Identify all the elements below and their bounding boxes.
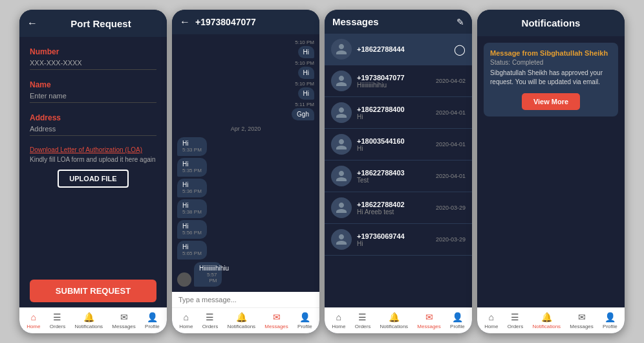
chat-date-divider: Apr 2, 2020 [177,126,314,132]
chat-last-msg-row: Hiiiiiiiihihiu5:57 PM [177,262,314,287]
nav-notifications-label-1: Notifications [75,324,103,329]
nav-notifications-1[interactable]: 🔔 Notifications [75,312,103,329]
nav-notifications-3[interactable]: 🔔 Notifications [380,312,409,329]
notification-sender: Message from Sibghatullah Sheikh [490,49,612,57]
nav-orders-1[interactable]: ☰ Orders [50,312,65,329]
msg-date-3: 2020-04-01 [436,141,466,148]
msg-avatar-0 [331,39,352,60]
profile-icon-4: 👤 [605,312,616,322]
msg-date-5: 2020-03-29 [436,205,466,211]
nav-profile-label-1: Profile [145,324,160,329]
chat-message-input[interactable] [178,296,313,304]
notifications-icon-4: 🔔 [541,312,552,322]
orders-icon-4: ☰ [511,312,519,322]
compose-icon[interactable]: ✎ [456,17,464,27]
messages-list-body: +19738047077 Hiiiiiiiihihiu 2020-04-02 +… [325,65,472,307]
orders-icon-2: ☰ [206,312,214,322]
chat-last-bubble: Hiiiiiiiihihiu5:57 PM [194,262,234,287]
messages-icon-3: ✉ [425,312,433,322]
chat-screen: ← +19738047077 5:10 PM Hi 5:10 PM Hi 5:1… [172,10,319,333]
msg-date-6: 2020-03-29 [436,236,466,243]
loa-link[interactable]: Download Letter of Authorization (LOA) [30,146,156,153]
chat-msg-right-4: Ggh [177,108,314,120]
msg-item-1[interactable]: +19738047077 Hiiiiiiiihihiu 2020-04-02 [325,65,472,97]
name-input[interactable]: Enter name [30,92,156,103]
notifications-title: Notifications [522,17,581,28]
nav-orders-label-3: Orders [355,324,370,329]
view-more-button[interactable]: View More [522,93,580,110]
chat-bubble-3: Hi [298,87,314,100]
msg-preview-2: Hi [357,113,431,120]
msg-item-6[interactable]: +19736069744 Hi 2020-03-29 [325,224,472,256]
notifications-icon: 🔔 [83,312,94,322]
address-label: Address [30,113,156,122]
msg-avatar-4 [331,166,352,186]
msg-item-0[interactable]: +18622788444 ◯ [325,34,472,65]
msg-info-1: +19738047077 Hiiiiiiiihihiu [357,74,431,89]
chat-time-4: 5:11 PM [177,102,314,107]
nav-messages-label-2: Messages [264,324,288,329]
nav-profile-3[interactable]: 👤 Profile [450,312,465,329]
notifications-screen: Notifications Message from Sibghatullah … [477,10,625,333]
nav-messages-2[interactable]: ✉ Messages [264,312,288,329]
msg-info-2: +18622788400 Hi [357,105,431,120]
msg-item-3[interactable]: +18003544160 Hi 2020-04-01 [325,129,472,160]
nav-orders-2[interactable]: ☰ Orders [202,312,218,329]
back-icon[interactable]: ← [27,17,38,29]
chat-bubble-1: Hi [298,46,314,58]
port-request-body: Number XXX-XXX-XXXX Name Enter name Addr… [19,37,167,273]
messages-list-screen: Messages ✎ +18622788444 ◯ +19738047077 H… [325,10,472,333]
msg-number-6: +19736069744 [357,232,431,240]
nav-messages-label-3: Messages [417,324,440,329]
msg-preview-4: Test [357,177,431,184]
chat-msg-right-3: Hi [177,87,314,100]
chat-bubble-left-5: Hi5:56 PM [177,220,207,239]
chat-time-1: 5:10 PM [177,39,314,45]
port-request-header: ← Port Request [19,10,167,37]
nav-orders-3[interactable]: ☰ Orders [355,312,370,329]
nav-messages-label-1: Messages [112,324,135,329]
chat-msg-left-6: Hi5:65 PM [177,241,314,260]
nav-home-label-1: Home [27,324,40,329]
msg-avatar-3 [331,134,352,155]
address-input[interactable]: Address [30,125,156,136]
nav-home-2[interactable]: ⌂ Home [179,312,193,329]
upload-file-button[interactable]: UPLOAD FILE [58,170,128,188]
number-input[interactable]: XXX-XXX-XXXX [30,59,156,70]
chat-bubble-left-1: Hi5:33 PM [177,137,207,156]
msg-info-6: +19736069744 Hi [357,232,431,247]
notification-status: Status: Completed [490,59,612,66]
bottom-nav-1: ⌂ Home ☰ Orders 🔔 Notifications ✉ Messag… [19,307,167,333]
msg-item-2[interactable]: +18622788400 Hi 2020-04-01 [325,97,472,129]
nav-profile-2[interactable]: 👤 Profile [297,312,312,329]
nav-profile-1[interactable]: 👤 Profile [145,312,160,329]
msg-number-3: +18003544160 [357,137,431,145]
number-field-group: Number XXX-XXX-XXXX [30,47,156,70]
chat-input-row [172,292,319,307]
nav-notifications-label-4: Notifications [533,324,561,329]
chat-bubble-4: Ggh [292,108,314,120]
nav-messages-1[interactable]: ✉ Messages [112,312,135,329]
msg-options-icon[interactable]: ◯ [454,43,466,56]
notification-message: Sibghatullah Sheikh has approved your re… [490,69,612,87]
orders-icon: ☰ [53,312,61,322]
nav-notifications-2[interactable]: 🔔 Notifications [228,312,256,329]
msg-avatar-1 [331,71,352,91]
nav-messages-3[interactable]: ✉ Messages [417,312,440,329]
chat-bubble-left-3: Hi5:36 PM [177,179,207,197]
nav-home-1[interactable]: ⌂ Home [27,312,40,329]
nav-orders-4[interactable]: ☰ Orders [508,312,523,329]
msg-item-4[interactable]: +18622788403 Test 2020-04-01 [325,160,472,192]
nav-notifications-4[interactable]: 🔔 Notifications [533,312,561,329]
nav-home-3[interactable]: ⌂ Home [332,312,345,329]
nav-messages-4[interactable]: ✉ Messages [570,312,593,329]
msg-avatar-2 [331,102,352,123]
msg-item-5[interactable]: +18622788402 Hi Areeb test 2020-03-29 [325,192,472,224]
chat-msg-left-2: Hi5:35 PM [177,158,314,177]
messages-icon-2: ✉ [273,312,281,322]
nav-home-4[interactable]: ⌂ Home [484,312,498,329]
submit-request-button[interactable]: SUBMIT REQUEST [30,280,156,302]
chat-back-icon[interactable]: ← [180,16,190,28]
nav-profile-4[interactable]: 👤 Profile [603,312,617,329]
nav-profile-label-3: Profile [450,324,465,329]
